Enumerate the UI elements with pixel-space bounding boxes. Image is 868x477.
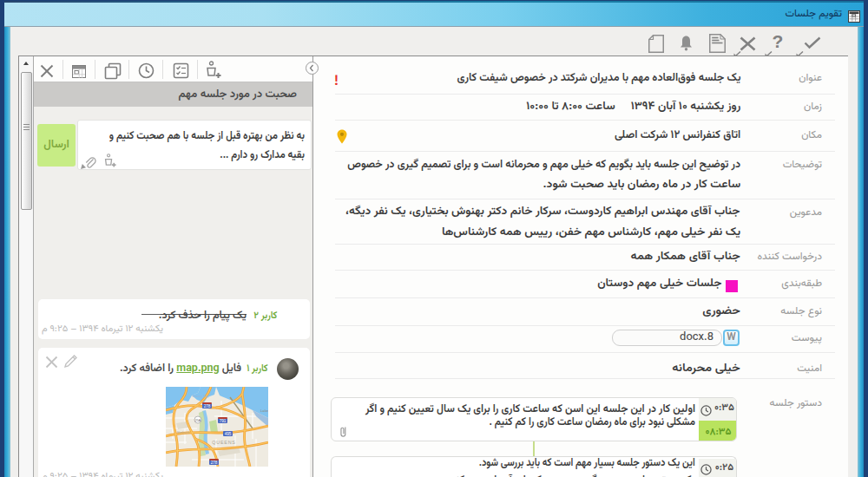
svg-text:Lake D: Lake D <box>260 408 268 413</box>
svg-text:278: 278 <box>204 404 211 408</box>
svg-text:278: 278 <box>211 461 218 465</box>
svg-text:25A: 25A <box>195 419 201 422</box>
svg-text:Bowery Bay: Bowery Bay <box>192 395 208 398</box>
svg-text:Elmhurst: Elmhurst <box>177 431 189 435</box>
svg-text:791: 791 <box>220 419 227 423</box>
svg-text:QUEENS: QUEENS <box>212 440 236 445</box>
svg-text:495: 495 <box>225 432 232 436</box>
